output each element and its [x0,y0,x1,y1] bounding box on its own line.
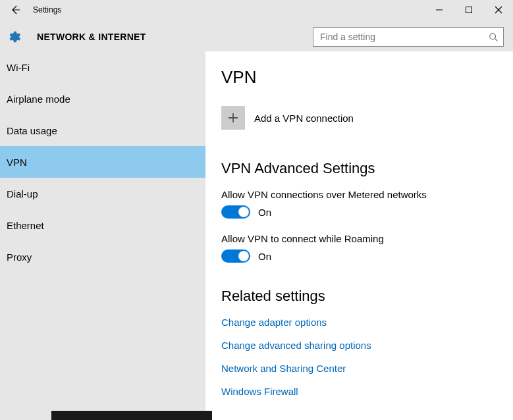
sidebar-item-label: Data usage [7,125,57,136]
settings-gear-icon [7,30,21,44]
add-vpn-button[interactable] [221,106,245,130]
svg-point-2 [490,34,496,39]
minimize-button[interactable] [424,0,454,20]
minimize-icon [435,6,443,14]
svg-rect-1 [466,7,472,13]
link-adapter-options[interactable]: Change adapter options [221,317,513,328]
sidebar-item-vpn[interactable]: VPN [0,146,205,178]
sidebar-item-label: Dial-up [7,188,38,199]
sidebar-item-airplane-mode[interactable]: Airplane mode [0,83,205,115]
advanced-heading: VPN Advanced Settings [221,160,513,177]
link-network-sharing-center[interactable]: Network and Sharing Center [221,363,513,374]
add-vpn-row[interactable]: Add a VPN connection [221,106,513,130]
arrow-left-icon [10,5,20,15]
search-box[interactable] [313,27,504,47]
main-content: VPN Add a VPN connection VPN Advanced Se… [205,51,513,420]
category-title: NETWORK & INTERNET [37,32,146,42]
sidebar-item-dialup[interactable]: Dial-up [0,178,205,209]
toggle-metered-state: On [258,207,271,218]
search-icon [489,32,498,41]
taskbar-fragment [51,411,212,420]
sidebar-item-wifi[interactable]: Wi-Fi [0,51,205,83]
maximize-icon [465,6,473,14]
svg-line-3 [495,39,498,41]
toggle-roaming[interactable] [221,249,250,263]
sidebar-item-label: VPN [7,157,27,168]
sidebar-item-proxy[interactable]: Proxy [0,241,205,273]
close-icon [495,6,502,14]
close-button[interactable] [483,0,513,20]
link-windows-firewall[interactable]: Windows Firewall [221,386,513,397]
toggle-metered[interactable] [221,205,250,219]
sidebar-item-label: Airplane mode [7,93,70,105]
window-title: Settings [33,5,424,14]
category-header: NETWORK & INTERNET [0,22,513,51]
maximize-button[interactable] [454,0,483,20]
plus-icon [228,113,238,123]
window-controls [424,0,513,20]
sidebar-item-data-usage[interactable]: Data usage [0,115,205,146]
title-bar: Settings [0,0,513,20]
sidebar: Wi-Fi Airplane mode Data usage VPN Dial-… [0,51,205,420]
sidebar-item-label: Ethernet [7,220,44,231]
setting-label-roaming: Allow VPN to connect while Roaming [221,233,513,244]
sidebar-item-label: Wi-Fi [7,62,30,73]
page-title: VPN [221,67,513,88]
add-vpn-label: Add a VPN connection [254,113,354,124]
toggle-roaming-state: On [258,251,271,262]
related-heading: Related settings [221,288,513,305]
search-input[interactable] [319,31,489,43]
sidebar-item-label: Proxy [7,251,32,263]
setting-label-metered: Allow VPN connections over Metered netwo… [221,189,513,200]
link-advanced-sharing[interactable]: Change advanced sharing options [221,340,513,351]
back-button[interactable] [5,0,25,20]
sidebar-item-ethernet[interactable]: Ethernet [0,209,205,241]
